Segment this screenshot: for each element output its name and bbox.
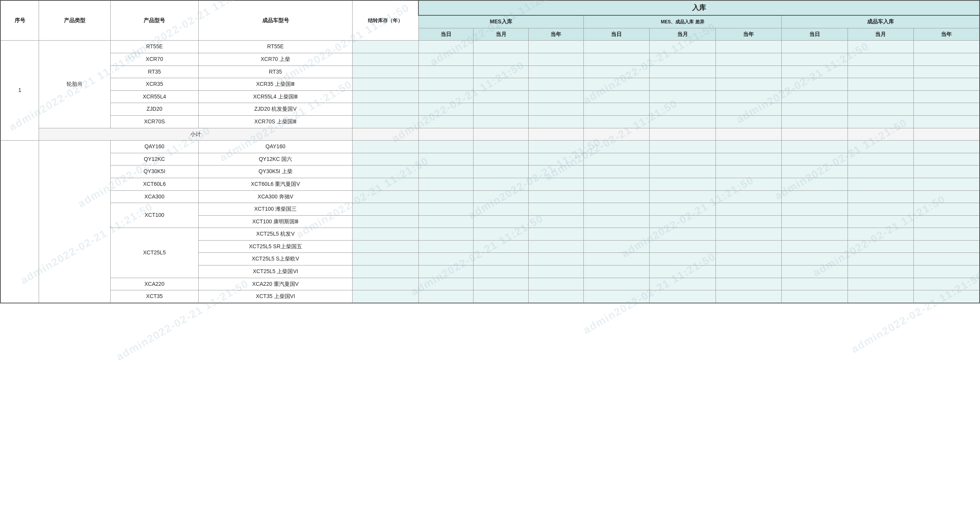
header-stock-year: 结转库存（年） [353,0,418,41]
type-1: 轮胎吊 [39,41,111,128]
stock-1 [353,41,418,53]
table-row: XCR70 XCR70 上柴 [0,53,980,66]
table-row: XCR35 XCR35 上柴国Ⅲ [0,78,980,91]
table-row: 1 轮胎吊 RT55E RT55E [0,41,980,53]
finished-year: 当年 [913,28,980,41]
model-rt55e: RT55E [110,41,198,53]
diff-year: 当年 [715,28,781,41]
header-finished-car-ruku: 成品车入库 [782,15,980,28]
table-row: XCA300 XCA300 奔驰V [0,190,980,203]
table-row: ZJD20 ZJD20 杭发曼国V [0,103,980,116]
main-table: 序号 产品类型 产品型号 成品车型号 结转库存（年） 入库 MES入库 MES、… [0,0,980,303]
mes-month: 当月 [474,28,529,41]
mes-day: 当日 [418,28,474,41]
header-seq: 序号 [0,0,39,41]
table-row: RT35 RT35 [0,66,980,78]
finished-month: 当月 [848,28,913,41]
header-mes-diff: MES、成品入库 差异 [583,15,781,28]
header-finished-car: 成品车型号 [198,0,352,41]
table-row: XCT100 XCT100 潍柴国三 [0,203,980,216]
finished-day: 当日 [782,28,848,41]
diff-month: 当月 [650,28,715,41]
table-row: XCA220 XCA220 重汽曼国V [0,278,980,290]
header-product-type: 产品类型 [39,0,111,41]
table-row: XCR70S XCR70S 上柴国Ⅲ [0,115,980,128]
subtotal-row-1: 小计 [0,128,980,141]
table-row: XCT60L6 XCT60L6 重汽曼国V [0,178,980,190]
product-rt55e: RT55E [198,41,352,53]
page-wrapper: admin2022-02-21 11:21:50 admin2022-02-21… [0,0,980,521]
header-ruku: 入库 [418,0,980,15]
table-row: QY30K5I QY30K5I 上柴 [0,165,980,178]
table-row: QAY160 QAY160 [0,141,980,153]
header-mes-ruku: MES入库 [418,15,583,28]
mes-year: 当年 [529,28,584,41]
table-row: QY12KC QY12KC 国六 [0,153,980,165]
table-row: XCR55L4 XCR55L4 上柴国Ⅲ [0,90,980,103]
diff-day: 当日 [583,28,649,41]
seq-1: 1 [0,41,39,141]
table-row: XCT35 XCT35 上柴国VI [0,290,980,303]
table-row: XCT25L5 XCT25L5 杭发V [0,228,980,241]
header-product-model: 产品型号 [110,0,198,41]
header-row-1: 序号 产品类型 产品型号 成品车型号 结转库存（年） 入库 [0,0,980,15]
